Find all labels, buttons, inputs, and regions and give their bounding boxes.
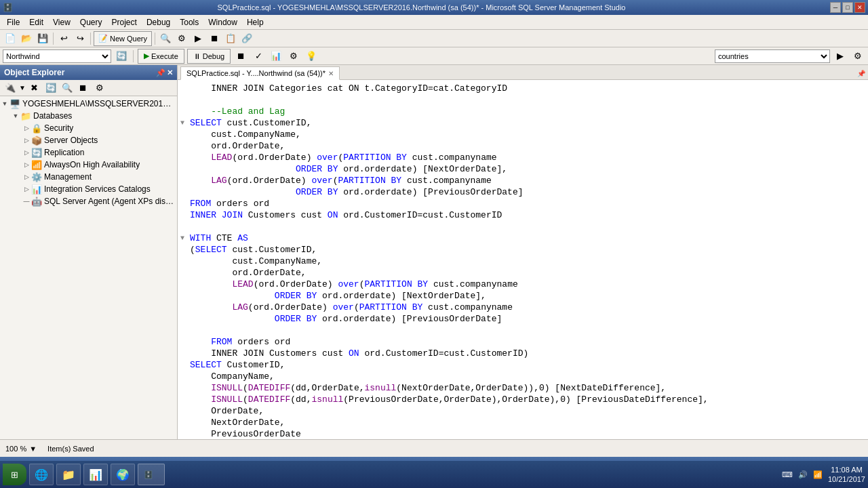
intellisense-button[interactable]: 💡 <box>304 49 319 64</box>
code-content[interactable]: PreviousOrderDate <box>187 428 863 439</box>
code-content[interactable]: INNER JOIN Customers cust ON ord.Custome… <box>187 348 863 359</box>
menu-tools[interactable]: Tools <box>176 16 203 28</box>
countries-go-button[interactable]: ▶ <box>833 49 848 64</box>
oe-options-button[interactable]: ⚙ <box>92 81 107 96</box>
maximize-button[interactable]: □ <box>842 2 853 13</box>
taskbar-excel-button[interactable]: 📊 <box>83 464 108 485</box>
tree-expand-icon[interactable]: ▷ <box>22 136 31 145</box>
tb-btn-4[interactable]: ⏹ <box>207 31 222 46</box>
code-content[interactable]: --Lead and Lag <box>187 106 863 117</box>
solution-explorer-panel-btn[interactable]: 📌 <box>854 67 868 79</box>
minimize-button[interactable]: ─ <box>830 2 841 13</box>
menu-view[interactable]: View <box>49 16 75 28</box>
tree-item[interactable]: ▼ 📁 Databases <box>0 110 177 122</box>
menu-debug[interactable]: Debug <box>142 16 174 28</box>
start-button[interactable]: ⊞ <box>3 464 26 485</box>
editor-tab[interactable]: SQLPractice.sql - Y....Northwind (sa (54… <box>180 66 340 80</box>
debug-button[interactable]: ⏸ Debug <box>187 49 231 64</box>
tree-item[interactable]: ▼ 🖥️ YOGESHMEHLA\MSSQLSERVER2016 (SQL <box>0 98 177 110</box>
code-content[interactable]: NextOrderDate, <box>187 417 863 428</box>
code-content[interactable]: (SELECT cust.CustomerID, <box>187 244 863 256</box>
taskbar-ssms-button[interactable]: 🗄️ <box>138 464 165 485</box>
menu-project[interactable]: Project <box>108 16 141 28</box>
code-content[interactable]: cust.CompanyName, <box>187 256 863 267</box>
fold-margin[interactable]: ▼ <box>178 117 187 129</box>
oe-filter-button[interactable]: 🔍 <box>60 81 75 96</box>
code-content[interactable]: SELECT cust.CustomerID, <box>187 117 863 129</box>
countries-dropdown[interactable]: countries <box>715 49 830 63</box>
code-content[interactable]: LAG(ord.OrderDate) over(PARTITION BY cus… <box>187 302 863 313</box>
query-options-button[interactable]: ⚙ <box>286 49 301 64</box>
tb-btn-5[interactable]: 📋 <box>223 31 238 46</box>
tb-btn-6[interactable]: 🔗 <box>239 31 254 46</box>
code-content[interactable]: ORDER BY ord.orderdate) [PreviousOrderDa… <box>187 186 863 198</box>
tree-item[interactable]: ▷ 📊 Integration Services Catalogs <box>0 183 177 195</box>
execute-button[interactable]: ▶ Execute <box>138 49 184 64</box>
open-button[interactable]: 📂 <box>19 31 34 46</box>
code-content[interactable]: ORDER BY ord.orderdate) [NextOrderDate], <box>187 290 863 302</box>
display-est-plan-button[interactable]: 📊 <box>269 49 283 64</box>
oe-refresh-button[interactable]: 🔄 <box>43 81 58 96</box>
tree-expand-icon[interactable]: ▷ <box>22 184 31 194</box>
tree-expand-icon[interactable]: — <box>22 197 31 206</box>
code-content[interactable]: ISNULL(DATEDIFF(dd,isnull(PreviousOrderD… <box>187 394 863 405</box>
code-content[interactable]: INNER JOIN Categories cat ON t.CategoryI… <box>187 83 863 94</box>
tree-expand-icon[interactable]: ▼ <box>11 111 20 121</box>
code-content[interactable]: INNER JOIN Customers cust ON ord.Custome… <box>187 209 863 221</box>
menu-query[interactable]: Query <box>76 16 106 28</box>
code-content[interactable] <box>187 325 863 336</box>
tree-expand-icon[interactable]: ▷ <box>22 123 31 133</box>
tree-item[interactable]: — 🤖 SQL Server Agent (Agent XPs disabled… <box>0 195 177 207</box>
fold-margin[interactable]: ▼ <box>178 232 187 244</box>
code-content[interactable]: WITH CTE AS <box>187 232 863 244</box>
code-content[interactable]: ORDER BY ord.orderdate) [PreviousOrderDa… <box>187 313 863 325</box>
tree-item[interactable]: ▷ ⚙️ Management <box>0 171 177 183</box>
taskbar-explorer-button[interactable]: 📁 <box>56 464 81 485</box>
oe-disconnect-button[interactable]: ✖ <box>27 81 42 96</box>
code-content[interactable]: ORDER BY ord.orderdate) [NextOrderDate], <box>187 163 863 175</box>
code-content[interactable]: FROM orders ord <box>187 198 863 209</box>
tree-expand-icon[interactable]: ▷ <box>22 160 31 169</box>
pin-icon[interactable]: 📌 <box>857 70 865 77</box>
tb-btn-3[interactable]: ▶ <box>191 31 205 46</box>
taskbar-chrome-button[interactable]: 🌍 <box>111 464 135 485</box>
menu-file[interactable]: File <box>3 16 24 28</box>
code-content[interactable]: ord.OrderDate, <box>187 267 863 279</box>
code-content[interactable]: CompanyName, <box>187 371 863 382</box>
oe-stop-button[interactable]: ⏹ <box>76 81 91 96</box>
parse-button[interactable]: ✓ <box>251 49 266 64</box>
code-content[interactable] <box>187 94 863 106</box>
code-content[interactable]: LAG(ord.OrderDate) over(PARTITION BY cus… <box>187 175 863 186</box>
tree-item[interactable]: ▷ 📦 Server Objects <box>0 134 177 146</box>
tree-expand-icon[interactable]: ▷ <box>22 172 31 182</box>
code-content[interactable]: OrderDate, <box>187 405 863 417</box>
new-file-button[interactable]: 📄 <box>3 31 18 46</box>
code-content[interactable]: ord.OrderDate, <box>187 140 863 152</box>
menu-window[interactable]: Window <box>204 16 241 28</box>
refresh-db-button[interactable]: 🔄 <box>114 49 129 64</box>
redo-button[interactable]: ↪ <box>73 31 87 46</box>
settings-button[interactable]: ⚙ <box>850 49 865 64</box>
code-content[interactable] <box>187 221 863 232</box>
tab-close-button[interactable]: ✕ <box>328 70 334 77</box>
database-selector[interactable]: Northwind <box>3 49 111 63</box>
menu-help[interactable]: Help <box>243 16 268 28</box>
tb-btn-2[interactable]: ⚙ <box>174 31 189 46</box>
cancel-query-button[interactable]: ⏹ <box>233 49 248 64</box>
code-content[interactable]: FROM orders ord <box>187 336 863 348</box>
oe-close-button[interactable]: ✕ <box>167 68 173 77</box>
tree-item[interactable]: ▷ 🔒 Security <box>0 122 177 134</box>
tb-btn-1[interactable]: 🔍 <box>158 31 173 46</box>
menu-edit[interactable]: Edit <box>25 16 47 28</box>
code-content[interactable]: LEAD(ord.OrderDate) over(PARTITION BY cu… <box>187 152 863 163</box>
new-query-button[interactable]: 📝 New Query <box>94 31 152 46</box>
tree-expand-icon[interactable]: ▷ <box>22 148 31 157</box>
zoom-dropdown-button[interactable]: ▼ <box>29 445 37 453</box>
taskbar-ie-button[interactable]: 🌐 <box>29 464 54 485</box>
code-editor[interactable]: INNER JOIN Categories cat ON t.CategoryI… <box>178 80 868 439</box>
tree-item[interactable]: ▷ 📶 AlwaysOn High Availability <box>0 159 177 171</box>
oe-connect-dropdown[interactable]: ▼ <box>19 84 26 92</box>
undo-button[interactable]: ↩ <box>56 31 71 46</box>
tree-item[interactable]: ▷ 🔄 Replication <box>0 146 177 159</box>
oe-connect-button[interactable]: 🔌 <box>3 81 18 96</box>
